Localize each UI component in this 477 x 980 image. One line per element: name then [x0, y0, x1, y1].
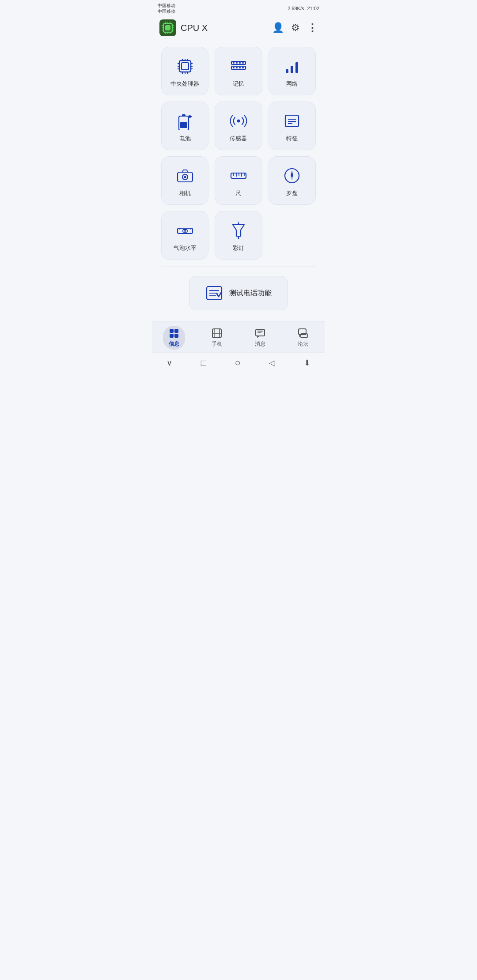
- bottom-nav: 信息 手机 消息 论坛: [152, 321, 325, 352]
- memory-icon: [229, 57, 248, 75]
- grid-label-sensor: 传感器: [230, 135, 247, 143]
- grid-label-features: 特征: [286, 135, 298, 143]
- svg-rect-37: [239, 67, 241, 68]
- svg-rect-16: [182, 63, 189, 70]
- grid-empty: [269, 211, 316, 260]
- svg-point-69: [184, 230, 186, 232]
- nav-item-phone[interactable]: 手机: [206, 326, 228, 350]
- svg-rect-36: [236, 67, 238, 68]
- svg-rect-80: [170, 329, 174, 333]
- nav-messages-icon: [254, 328, 266, 339]
- system-nav-bar: ∨ □ ○ ◁ ⬇: [152, 352, 325, 375]
- header-actions: 👤 ⚙ ⋮: [272, 22, 318, 34]
- sys-nav-down[interactable]: ∨: [167, 358, 172, 368]
- grid-label-battery: 电池: [179, 135, 191, 143]
- grid-label-memory: 记忆: [233, 80, 244, 88]
- sys-nav-square[interactable]: □: [201, 358, 206, 368]
- svg-point-56: [184, 176, 186, 178]
- svg-rect-38: [242, 67, 244, 68]
- sys-nav-back[interactable]: ◁: [269, 358, 275, 368]
- svg-rect-44: [180, 122, 187, 128]
- ruler-icon: [229, 166, 248, 185]
- nav-label-info: 信息: [169, 340, 179, 348]
- features-icon: [283, 112, 301, 130]
- status-bar: 中国移动 中国移动 2.68K/s 21:02: [152, 0, 325, 16]
- svg-rect-81: [174, 329, 178, 333]
- grid-label-network: 网络: [286, 80, 298, 88]
- grid-item-camera[interactable]: 相机: [161, 156, 208, 205]
- carrier2: 中国移动: [158, 8, 175, 14]
- nav-item-info[interactable]: 信息: [163, 326, 185, 350]
- svg-point-49: [237, 120, 240, 123]
- test-button-wrap: 测试电话功能: [161, 276, 316, 310]
- grid-item-level[interactable]: 气泡水平: [161, 211, 208, 260]
- svg-rect-39: [286, 69, 288, 73]
- app-title: CPU X: [181, 23, 268, 33]
- camera-icon: [176, 166, 194, 185]
- grid-item-memory[interactable]: 记忆: [215, 47, 262, 95]
- main-content: 中央处理器 记忆 网络: [152, 40, 325, 321]
- carrier-info: 中国移动 中国移动: [158, 3, 175, 14]
- grid-item-ruler[interactable]: 尺: [215, 156, 262, 205]
- grid-label-ruler: 尺: [235, 189, 241, 197]
- nav-info-icon: [168, 328, 180, 339]
- sys-nav-download[interactable]: ⬇: [304, 358, 310, 368]
- battery-icon: [176, 112, 194, 130]
- level-icon: [176, 221, 194, 240]
- sys-nav-circle[interactable]: ○: [235, 357, 240, 369]
- app-header: CPU X 👤 ⚙ ⋮: [152, 16, 325, 40]
- svg-rect-35: [233, 67, 235, 68]
- grid-row-1: 中央处理器 记忆 网络: [161, 47, 316, 95]
- grid-label-light: 彩灯: [233, 244, 244, 252]
- svg-rect-41: [295, 62, 298, 73]
- svg-point-73: [238, 238, 239, 239]
- grid-row-4: 气泡水平 彩灯: [161, 211, 316, 260]
- grid-item-compass[interactable]: 罗盘: [269, 156, 316, 205]
- network-icon: [283, 57, 301, 75]
- grid-item-battery[interactable]: 电池: [161, 102, 208, 150]
- svg-rect-34: [242, 62, 244, 64]
- grid-row-2: 电池 传感器 特征: [161, 102, 316, 150]
- grid-row-3: 相机 尺 罗盘: [161, 156, 316, 205]
- svg-rect-82: [170, 334, 174, 338]
- more-icon[interactable]: ⋮: [307, 22, 318, 34]
- grid-item-sensor[interactable]: 传感器: [215, 102, 262, 150]
- svg-rect-83: [174, 334, 178, 338]
- nav-label-forum: 论坛: [298, 340, 308, 348]
- svg-rect-43: [182, 114, 186, 116]
- sensor-icon: [229, 112, 248, 130]
- grid-item-features[interactable]: 特征: [269, 102, 316, 150]
- grid-item-cpu[interactable]: 中央处理器: [161, 47, 208, 95]
- svg-rect-2: [165, 25, 170, 30]
- grid-label-cpu: 中央处理器: [170, 80, 199, 88]
- test-phone-label: 测试电话功能: [229, 289, 272, 298]
- app-logo: [159, 19, 176, 36]
- test-phone-button[interactable]: 测试电话功能: [189, 276, 288, 310]
- settings-icon[interactable]: ⚙: [291, 22, 300, 34]
- svg-point-74: [238, 223, 239, 224]
- svg-rect-57: [231, 173, 246, 178]
- svg-rect-31: [233, 62, 235, 64]
- svg-rect-32: [236, 62, 238, 64]
- grid-label-level: 气泡水平: [174, 244, 197, 252]
- nav-label-messages: 消息: [255, 340, 265, 348]
- light-icon: [229, 221, 248, 240]
- nav-phone-icon: [211, 328, 223, 339]
- carrier1: 中国移动: [158, 3, 175, 8]
- grid-label-camera: 相机: [179, 189, 191, 197]
- svg-rect-15: [179, 60, 191, 72]
- time: 21:02: [307, 6, 319, 11]
- cpu-icon: [176, 57, 194, 75]
- profile-icon[interactable]: 👤: [272, 22, 284, 34]
- grid-item-light[interactable]: 彩灯: [215, 211, 262, 260]
- section-divider: [161, 267, 316, 267]
- nav-item-messages[interactable]: 消息: [249, 326, 271, 350]
- nav-forum-icon: [297, 328, 309, 339]
- nav-item-forum[interactable]: 论坛: [292, 326, 314, 350]
- grid-label-compass: 罗盘: [286, 189, 298, 197]
- compass-icon: [283, 166, 301, 185]
- status-right: 2.68K/s 21:02: [288, 6, 319, 11]
- svg-rect-40: [291, 66, 293, 73]
- nav-label-phone: 手机: [212, 340, 222, 348]
- grid-item-network[interactable]: 网络: [269, 47, 316, 95]
